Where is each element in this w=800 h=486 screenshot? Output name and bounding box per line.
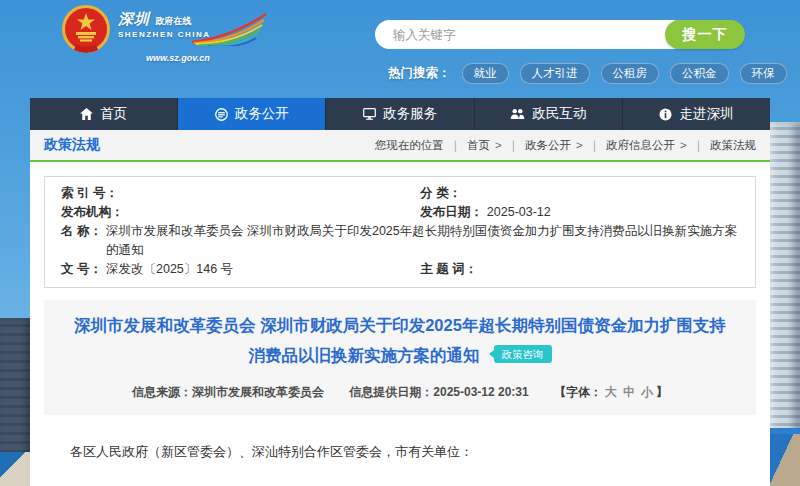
meta-name-label: 名 称： xyxy=(61,222,102,260)
meta-category-label: 分 类： xyxy=(420,184,461,203)
search-input[interactable] xyxy=(375,20,687,49)
breadcrumb-item-current: 政策法规 xyxy=(710,138,756,153)
site-header: 深圳 政府在线 SHENZHEN CHINA www.sz.gov.cn 搜一下… xyxy=(0,0,800,98)
nav-tab-label: 首页 xyxy=(100,105,127,123)
font-size-control: 【字体：大中小】 xyxy=(554,385,668,399)
site-logo: 深圳 政府在线 SHENZHEN CHINA www.sz.gov.cn xyxy=(118,10,268,63)
breadcrumb-arrow: > xyxy=(495,139,502,151)
page-title: 深圳市发展和改革委员会 深圳市财政局关于印发2025年超长期特别国债资金加力扩围… xyxy=(72,310,728,370)
meta-pubdate-value: 2025-03-12 xyxy=(487,203,551,222)
nav-tab-label: 政务公开 xyxy=(235,105,289,123)
meta-docno-value: 深发改〔2025〕146 号 xyxy=(106,260,233,279)
city-skyline-left xyxy=(0,318,30,486)
info-source-value: 深圳市发展和改革委员会 xyxy=(192,385,324,399)
meta-pubdate-label: 发布日期： xyxy=(420,203,483,222)
meta-docno-label: 文 号： xyxy=(61,260,102,279)
hot-search-row: 热门搜索： 就业 人才引进 公租房 公积金 环保 xyxy=(388,63,788,83)
national-emblem-logo xyxy=(60,4,112,56)
breadcrumb-item-info-disclosure[interactable]: 政府信息公开 xyxy=(606,138,675,153)
breadcrumb-separator: ｜ xyxy=(508,138,519,153)
font-size-small-button[interactable]: 小 xyxy=(641,385,653,399)
article-title-band: 深圳市发展和改革委员会 深圳市财政局关于印发2025年超长期特别国债资金加力扩围… xyxy=(44,300,756,415)
site-name-sub: 政府在线 xyxy=(155,16,191,26)
document-meta-table: 索 引 号： 分 类： 发布机构： 发布日期： 2025-03-12 xyxy=(44,176,756,288)
home-icon xyxy=(80,108,93,120)
hot-search-item-employment[interactable]: 就业 xyxy=(462,63,509,84)
breadcrumb-arrow: > xyxy=(680,139,687,151)
site-name-cn: 深圳 xyxy=(118,10,150,27)
hot-search-item-environment[interactable]: 环保 xyxy=(740,63,787,84)
main-nav: 首页 政务公开 政务服务 政民互动 xyxy=(30,98,770,130)
site-url: www.sz.gov.cn xyxy=(146,53,268,63)
section-title: 政策法规 xyxy=(44,136,100,154)
nav-tab-interaction[interactable]: 政民互动 xyxy=(475,98,623,130)
table-row: 名 称： 深圳市发展和改革委员会 深圳市财政局关于印发2025年超长期特别国债资… xyxy=(61,222,739,260)
font-label-open: 【字体： xyxy=(554,385,602,399)
info-icon xyxy=(659,108,672,121)
page-title-text: 深圳市发展和改革委员会 深圳市财政局关于印发2025年超长期特别国债资金加力扩围… xyxy=(74,316,726,364)
nav-tab-home[interactable]: 首页 xyxy=(30,98,178,130)
breadcrumb-location-label: 您现在的位置 xyxy=(375,138,444,153)
meta-index-label: 索 引 号： xyxy=(61,184,118,203)
policy-consult-badge[interactable]: 政策咨询 xyxy=(494,345,552,363)
people-icon xyxy=(510,108,525,120)
breadcrumb-arrow: > xyxy=(576,139,583,151)
hot-search-item-provident-fund[interactable]: 公积金 xyxy=(670,63,729,84)
breadcrumb-separator: ｜ xyxy=(450,138,461,153)
table-row: 发布机构： 发布日期： 2025-03-12 xyxy=(61,203,739,222)
info-date-value: 2025-03-12 20:31 xyxy=(433,385,528,399)
info-source-label: 信息来源： xyxy=(132,385,192,399)
breadcrumb-item-home[interactable]: 首页 xyxy=(467,138,490,153)
search-bar: 搜一下 xyxy=(375,20,745,49)
hot-search-label: 热门搜索： xyxy=(388,65,451,82)
table-row: 索 引 号： 分 类： xyxy=(61,184,739,203)
meta-keywords-label: 主 题 词： xyxy=(420,260,477,279)
font-label-close: 】 xyxy=(656,385,668,399)
nav-tab-label: 走进深圳 xyxy=(679,105,733,123)
city-skyline-right xyxy=(768,122,800,486)
nav-tab-about-shenzhen[interactable]: 走进深圳 xyxy=(623,98,770,130)
disclosure-icon xyxy=(215,108,228,121)
nav-tab-label: 政民互动 xyxy=(532,105,586,123)
article-info-line: 信息来源：深圳市发展和改革委员会 信息提供日期：2025-03-12 20:31… xyxy=(72,384,728,401)
nav-tab-services[interactable]: 政务服务 xyxy=(326,98,474,130)
meta-agency-label: 发布机构： xyxy=(61,203,124,222)
main-container: 首页 政务公开 政务服务 政民互动 xyxy=(30,98,770,486)
font-size-large-button[interactable]: 大 xyxy=(605,385,617,399)
paragraph-salutation: 各区人民政府（新区管委会）、深汕特别合作区管委会，市有关单位： xyxy=(70,441,730,462)
info-date-label: 信息提供日期： xyxy=(349,385,433,399)
font-size-medium-button[interactable]: 中 xyxy=(623,385,635,399)
breadcrumb-separator: ｜ xyxy=(589,138,600,153)
hot-search-item-talent[interactable]: 人才引进 xyxy=(520,63,590,84)
nav-tab-label: 政务服务 xyxy=(383,105,437,123)
wing-swoosh-icon xyxy=(190,12,268,46)
monitor-icon xyxy=(363,108,376,120)
document-body: 各区人民政府（新区管委会）、深汕特别合作区管委会，市有关单位： 《深圳市超长期特… xyxy=(44,415,756,486)
breadcrumb: 您现在的位置 ｜ 首页 > ｜ 政务公开 > ｜ 政府信息公开 > ｜ 政策法规 xyxy=(375,138,756,153)
breadcrumb-bar: 政策法规 您现在的位置 ｜ 首页 > ｜ 政务公开 > ｜ 政府信息公开 > ｜… xyxy=(30,130,770,162)
nav-tab-government-affairs[interactable]: 政务公开 xyxy=(178,98,326,130)
table-row: 文 号： 深发改〔2025〕146 号 主 题 词： xyxy=(61,260,739,279)
content-area: 索 引 号： 分 类： 发布机构： 发布日期： 2025-03-12 xyxy=(30,162,770,486)
breadcrumb-item-gov-affairs[interactable]: 政务公开 xyxy=(525,138,571,153)
breadcrumb-separator: ｜ xyxy=(693,138,704,153)
meta-name-value: 深圳市发展和改革委员会 深圳市财政局关于印发2025年超长期特别国债资金加力扩围… xyxy=(106,222,739,260)
search-button[interactable]: 搜一下 xyxy=(665,20,745,49)
hot-search-item-public-housing[interactable]: 公租房 xyxy=(601,63,660,84)
